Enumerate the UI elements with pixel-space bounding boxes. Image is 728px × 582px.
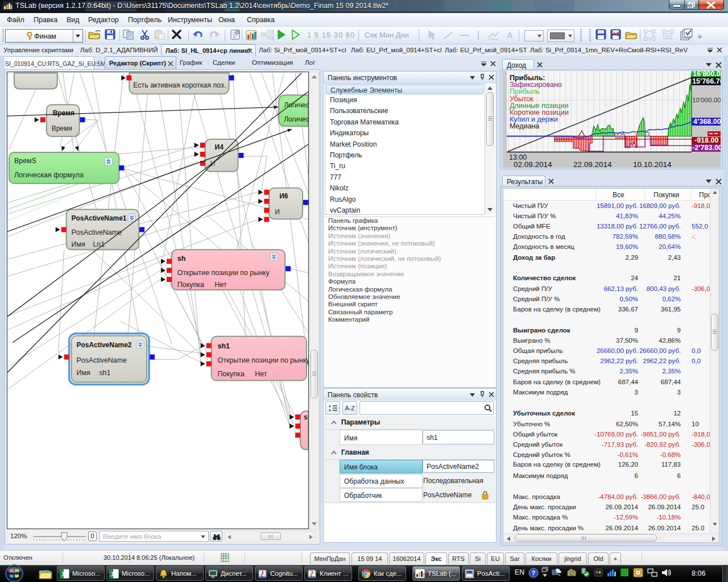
- svg-text:AS: AS: [613, 31, 620, 37]
- svg-text:PosActiveName2: PosActiveName2: [77, 341, 132, 349]
- svg-text:-2’783.00: -2’783.00: [692, 144, 721, 152]
- svg-text:Логичес: Логичес: [284, 115, 309, 123]
- svg-text:Открытие позиции по рынку: Открытие позиции по рынку: [177, 269, 270, 277]
- svg-text:4’368.00: 4’368.00: [693, 118, 721, 126]
- svg-text:Логическая формула: Логическая формула: [14, 171, 84, 179]
- svg-text:X: X: [111, 571, 116, 577]
- svg-text:Имя: Имя: [72, 240, 85, 248]
- svg-text:?: ?: [532, 569, 536, 576]
- svg-text:Есть активная короткая поз.: Есть активная короткая поз.: [133, 81, 226, 89]
- svg-text:22.09.2014: 22.09.2014: [573, 160, 612, 168]
- svg-text:И6: И6: [279, 192, 288, 200]
- svg-text:15’766.76: 15’766.76: [692, 77, 721, 85]
- svg-text:Время: Время: [52, 124, 72, 132]
- svg-text:Покупка: Покупка: [218, 370, 245, 378]
- svg-text:-918.00: -918.00: [694, 136, 718, 144]
- svg-text:Имя: Имя: [77, 369, 90, 377]
- svg-text:Открытие позиции по рынку: Открытие позиции по рынку: [218, 356, 309, 364]
- svg-text:PosActiveName1: PosActiveName1: [72, 214, 127, 222]
- svg-text:Нет: Нет: [215, 281, 227, 289]
- svg-text:A: A: [507, 30, 513, 40]
- svg-text:sh: sh: [177, 255, 186, 263]
- svg-text:Нет: Нет: [255, 370, 267, 378]
- svg-text:PosActiveName: PosActiveName: [77, 356, 127, 364]
- svg-text:s: s: [304, 413, 308, 421]
- svg-text:ВремS: ВремS: [14, 157, 36, 165]
- svg-text:И: И: [275, 208, 280, 216]
- svg-text:Время: Время: [53, 109, 75, 117]
- svg-text:sh1: sh1: [218, 342, 230, 350]
- svg-text:Покупка: Покупка: [177, 281, 204, 289]
- svg-text:X: X: [62, 571, 67, 577]
- svg-text:02.09.2014: 02.09.2014: [514, 160, 552, 168]
- svg-text:10.10.2014: 10.10.2014: [633, 160, 672, 168]
- svg-text:И4: И4: [215, 143, 224, 151]
- svg-text:Логичес: Логичес: [284, 101, 309, 109]
- svg-text:Медиана: Медиана: [510, 122, 539, 130]
- svg-text:10’000.00: 10’000.00: [692, 97, 721, 103]
- svg-text:PosActiveName: PosActiveName: [72, 228, 122, 236]
- svg-text:Ln1: Ln1: [93, 240, 105, 248]
- svg-text:sh1: sh1: [99, 369, 110, 377]
